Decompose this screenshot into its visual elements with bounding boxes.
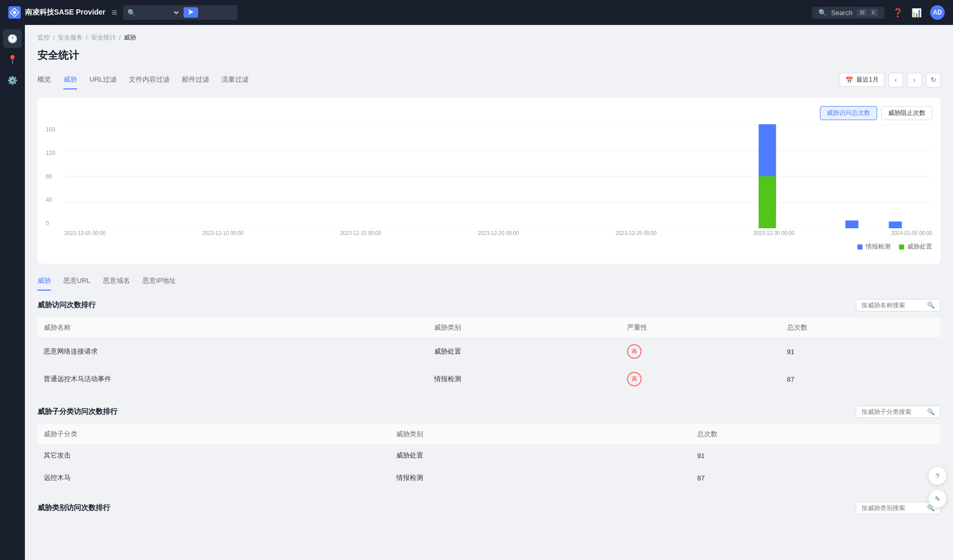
sub-tab-malicious-domain[interactable]: 恶意域名 <box>103 272 130 291</box>
kbd2: K <box>869 9 878 17</box>
page-title: 安全统计 <box>37 48 941 62</box>
calendar-icon: 📅 <box>845 76 853 84</box>
help-button[interactable]: ❓ <box>893 8 903 18</box>
type-section-title: 威胁类别访问次数排行 <box>37 503 110 513</box>
next-button[interactable]: › <box>907 73 922 87</box>
subcategory-table: 威胁子分类 威胁类别 总次数 其它攻击 威胁处置 91 远控木马 情报检测 87 <box>37 424 941 489</box>
toggle-total-visits[interactable]: 威胁访问总次数 <box>820 106 877 120</box>
breadcrumb-security-stats[interactable]: 安全统计 <box>91 33 116 42</box>
legend-detection: 情报检测 <box>857 242 891 251</box>
chart-legend: 情报检测 威胁处置 <box>46 242 932 251</box>
app-layout: 🕐 📍 ⚙️ 监控 / 安全服务 / 安全统计 / 威胁 安全统计 概览 威胁 … <box>0 25 953 560</box>
col-threat-category: 威胁类别 <box>428 318 621 338</box>
type-ranking-section: 威胁类别访问次数排行 🔍 <box>37 502 941 514</box>
tab-overview[interactable]: 概览 <box>37 71 51 89</box>
legend-detection-dot <box>857 244 863 250</box>
floating-edit-button[interactable]: ✎ <box>928 489 947 508</box>
chart-area <box>64 124 932 228</box>
search-button[interactable]: ⮞ <box>184 7 198 18</box>
tab-right-controls: 📅 最近1月 ‹ › ↻ <box>840 73 941 87</box>
tab-threat[interactable]: 威胁 <box>63 71 77 89</box>
sidebar-item-monitor[interactable]: 🕐 <box>3 29 22 48</box>
threat-name-cell[interactable]: 恶意网络连接请求 <box>37 338 428 366</box>
tab-url-filter[interactable]: URL过滤 <box>89 71 116 89</box>
main-tabs: 概览 威胁 URL过滤 文件内容过滤 邮件过滤 流量过滤 📅 最近1月 ‹ › … <box>37 71 941 89</box>
type-section-header: 威胁类别访问次数排行 🔍 <box>37 502 941 514</box>
table-row: 普通远控木马活动事件 情报检测 高 87 <box>37 366 941 393</box>
subcategory-name-cell[interactable]: 其它攻击 <box>37 445 390 467</box>
global-search-button[interactable]: 🔍 Search ⌘ K <box>812 7 884 19</box>
breadcrumb-sep3: / <box>119 34 121 42</box>
count-cell: 91 <box>691 445 941 467</box>
floating-help-button[interactable]: ? <box>928 466 947 485</box>
tab-mail-filter[interactable]: 邮件过滤 <box>182 71 209 89</box>
subcategory-search[interactable]: 🔍 <box>856 406 941 418</box>
global-search-icon: 🔍 <box>818 9 827 17</box>
threat-name-cell[interactable]: 普通远控木马活动事件 <box>37 366 428 393</box>
legend-disposal: 威胁处置 <box>899 242 932 251</box>
search-icon: 🔍 <box>127 9 136 17</box>
threat-table: 威胁名称 威胁类别 严重性 总次数 恶意网络连接请求 威胁处置 高 91 <box>37 318 941 393</box>
sub-tabs: 威胁 恶意URL 恶意域名 恶意IP地址 <box>37 272 941 291</box>
table-row: 恶意网络连接请求 威胁处置 高 91 <box>37 338 941 366</box>
svg-rect-10 <box>889 222 902 228</box>
sidebar-item-location[interactable]: 📍 <box>3 50 22 69</box>
sub-tab-threat[interactable]: 威胁 <box>37 272 51 291</box>
sub-tab-malicious-url[interactable]: 恶意URL <box>63 272 90 291</box>
topnav-right: 🔍 Search ⌘ K ❓ 📊 AD <box>812 5 945 20</box>
keyboard-hint: ⌘ K <box>857 9 878 17</box>
col-severity: 严重性 <box>621 318 780 338</box>
subcategory-search-input[interactable] <box>861 408 924 415</box>
legend-detection-label: 情报检测 <box>866 242 891 251</box>
location-icon: 📍 <box>7 55 18 64</box>
table-row: 远控木马 情报检测 87 <box>37 467 941 489</box>
menu-button[interactable]: ≡ <box>112 7 118 18</box>
threat-category-cell: 情报检测 <box>428 366 621 393</box>
monitor-icon: 🕐 <box>7 34 18 44</box>
svg-point-1 <box>13 11 16 14</box>
subcategory-section-title: 威胁子分类访问次数排行 <box>37 407 118 416</box>
date-filter-label: 最近1月 <box>856 75 879 84</box>
breadcrumb-sep1: / <box>53 34 55 42</box>
chart-toggle-buttons: 威胁访问总次数 威胁阻止次数 <box>46 106 932 120</box>
col-category: 威胁类别 <box>390 424 691 445</box>
legend-disposal-dot <box>899 244 904 250</box>
tab-file-content-filter[interactable]: 文件内容过滤 <box>129 71 169 89</box>
subcategory-section-header: 威胁子分类访问次数排行 🔍 <box>37 406 941 418</box>
subcategory-name-cell[interactable]: 远控木马 <box>37 467 390 489</box>
col-threat-name: 威胁名称 <box>37 318 428 338</box>
refresh-button[interactable]: ↻ <box>926 73 941 87</box>
avatar[interactable]: AD <box>930 5 945 20</box>
svg-rect-8 <box>759 176 776 228</box>
threat-search[interactable]: 🔍 <box>856 299 941 311</box>
search-select[interactable] <box>139 8 180 17</box>
toggle-blocked-visits[interactable]: 威胁阻止次数 <box>881 106 932 120</box>
tab-traffic-filter[interactable]: 流量过滤 <box>221 71 249 89</box>
chart-card: 威胁访问总次数 威胁阻止次数 160 120 80 40 0 <box>37 98 941 264</box>
svg-rect-9 <box>845 220 858 228</box>
chart-svg <box>64 124 932 228</box>
threat-table-header: 威胁名称 威胁类别 严重性 总次数 <box>37 318 941 338</box>
breadcrumb-threat: 威胁 <box>124 33 136 42</box>
col-subcategory: 威胁子分类 <box>37 424 390 445</box>
threat-section-header: 威胁访问次数排行 🔍 <box>37 299 941 311</box>
breadcrumb-monitor[interactable]: 监控 <box>37 33 50 42</box>
chart-button[interactable]: 📊 <box>911 8 922 18</box>
top-navigation: 南凌科技SASE Provider ≡ 🔍 ⮞ 🔍 Search ⌘ K ❓ 📊… <box>0 0 953 25</box>
sub-tab-malicious-ip[interactable]: 恶意IP地址 <box>142 272 176 291</box>
app-logo: 南凌科技SASE Provider <box>8 6 106 19</box>
subcategory-table-header: 威胁子分类 威胁类别 总次数 <box>37 424 941 445</box>
count-cell: 87 <box>781 366 941 393</box>
date-filter[interactable]: 📅 最近1月 <box>840 73 884 87</box>
floating-help-icon: ? <box>935 472 939 480</box>
sidebar-item-settings[interactable]: ⚙️ <box>3 71 22 89</box>
threat-search-input[interactable] <box>861 302 924 309</box>
col-total-count: 总次数 <box>781 318 941 338</box>
breadcrumb-security-service[interactable]: 安全服务 <box>58 33 83 42</box>
legend-disposal-label: 威胁处置 <box>907 242 932 251</box>
type-search-input[interactable] <box>861 504 924 512</box>
prev-button[interactable]: ‹ <box>889 73 903 87</box>
breadcrumb-sep2: / <box>86 34 87 42</box>
category-cell: 情报检测 <box>390 467 691 489</box>
count-cell: 91 <box>781 338 941 366</box>
